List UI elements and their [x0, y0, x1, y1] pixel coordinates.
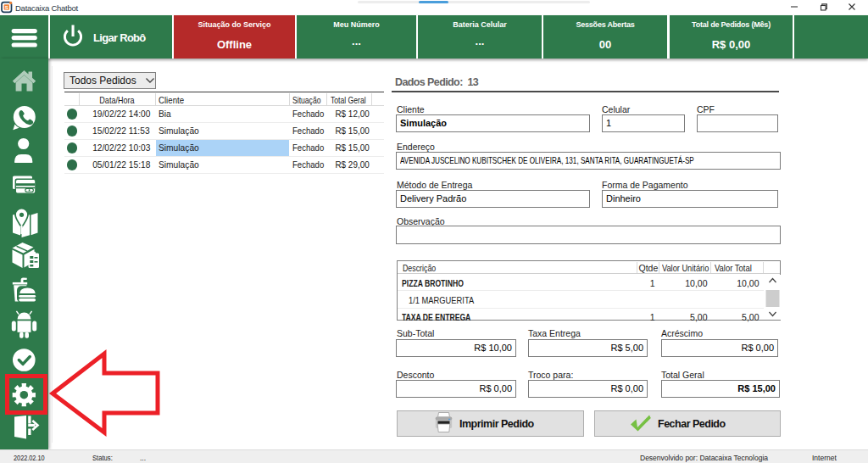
svg-text:S: S	[5, 5, 8, 10]
svg-text:Ligar Robô: Ligar Robô	[93, 31, 146, 44]
